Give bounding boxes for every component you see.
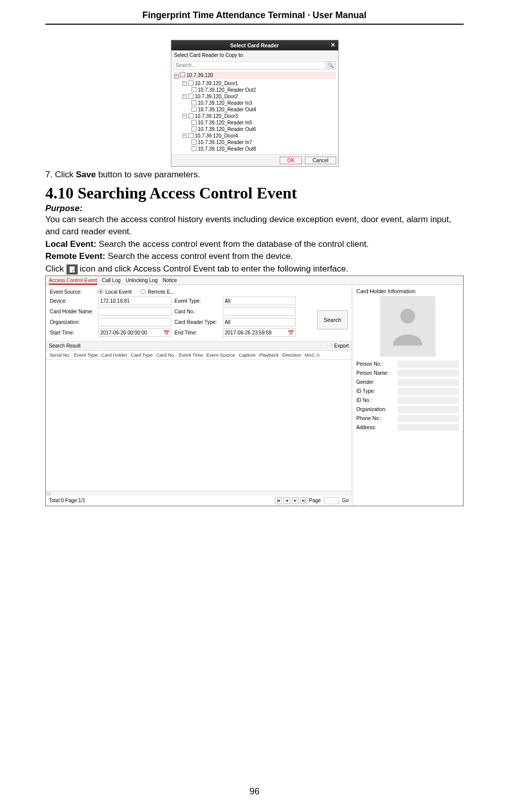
checkbox[interactable] xyxy=(192,87,197,92)
close-icon[interactable]: ✕ xyxy=(331,42,335,48)
node-label[interactable]: 10.7.39.120_Door4 xyxy=(195,133,238,139)
collapse-icon[interactable]: − xyxy=(182,114,187,118)
checkbox[interactable] xyxy=(188,133,194,138)
organization-field[interactable] xyxy=(98,318,171,326)
tab-notice[interactable]: Notice xyxy=(163,278,177,283)
card-holder-panel: Card Holder Information Person No.: Pers… xyxy=(352,285,463,506)
collapse-icon[interactable]: − xyxy=(182,81,187,86)
first-page-button[interactable]: |◂ xyxy=(275,497,282,504)
svg-point-0 xyxy=(400,309,415,323)
cancel-button[interactable]: Cancel xyxy=(305,157,336,164)
node-label[interactable]: 10.7.39.120_Door2 xyxy=(195,94,238,99)
collapse-icon[interactable]: − xyxy=(174,74,179,79)
radio-local-event[interactable]: Local Event xyxy=(98,289,132,295)
col-header[interactable]: Capture xyxy=(237,352,258,358)
tree-root[interactable]: − 10.7.39.120 xyxy=(173,72,336,79)
doc-header-title: Fingerprint Time Attendance Terminal · U… xyxy=(45,10,464,25)
go-button[interactable]: Go xyxy=(342,498,349,503)
info-value xyxy=(398,388,459,395)
next-page-button[interactable]: ▸ xyxy=(292,497,299,504)
col-header[interactable]: Event Time xyxy=(177,352,205,358)
label-event-type: Event Type: xyxy=(174,298,220,304)
checkbox[interactable] xyxy=(192,100,197,105)
card-holder-name-field[interactable] xyxy=(98,307,171,316)
info-label: Phone No.: xyxy=(356,416,396,421)
page-input[interactable] xyxy=(324,497,339,504)
label-start-time: Start Time: xyxy=(50,330,95,335)
checkbox[interactable] xyxy=(188,81,194,86)
device-field[interactable] xyxy=(98,297,171,305)
col-header[interactable]: Direction xyxy=(281,352,303,358)
col-header[interactable]: MAC A xyxy=(303,352,322,358)
leaf-label[interactable]: 10.7.39.120_Reader Out6 xyxy=(198,126,257,132)
col-header[interactable]: Event Source xyxy=(205,352,237,358)
info-value xyxy=(398,370,459,377)
click-icon-line: Click icon and click Access Control Even… xyxy=(45,263,464,276)
label-organization: Organization: xyxy=(50,319,95,325)
leaf-label[interactable]: 10.7.39.120_Reader Out4 xyxy=(198,107,257,112)
tab-call-log[interactable]: Call Log xyxy=(102,278,121,283)
col-header[interactable]: Playback xyxy=(258,352,281,358)
col-header[interactable]: Card Holder xyxy=(100,352,129,358)
leaf-label[interactable]: 10.7.39.120_Reader In7 xyxy=(198,140,252,145)
search-button[interactable]: Search xyxy=(317,310,348,329)
checkbox[interactable] xyxy=(192,107,197,112)
checkbox[interactable] xyxy=(188,94,194,99)
tab-access-control-event[interactable]: Access Control Event xyxy=(49,278,97,283)
search-input[interactable] xyxy=(173,61,326,70)
checkbox[interactable] xyxy=(192,146,197,151)
page-number: 96 xyxy=(0,786,509,797)
node-label[interactable]: 10.7.39.120_Door3 xyxy=(195,113,238,119)
prev-page-button[interactable]: ◂ xyxy=(283,497,290,504)
dialog-titlebar: Select Card Reader ✕ xyxy=(171,40,338,50)
label-card-holder-name: Card Holder Name: xyxy=(50,309,95,314)
end-time-field[interactable] xyxy=(223,328,296,337)
col-header[interactable]: Card No. xyxy=(155,352,177,358)
result-columns-row: Serial No. Event Type Card Holder Card T… xyxy=(46,351,352,360)
checkbox[interactable] xyxy=(192,140,197,145)
collapse-icon[interactable]: − xyxy=(182,133,187,138)
info-label: ID Type: xyxy=(356,388,396,394)
export-button[interactable]: 📄 Export xyxy=(327,343,349,349)
tab-unlocking-log[interactable]: Unlocking Log xyxy=(125,278,157,283)
tab-bar: Access Control Event Call Log Unlocking … xyxy=(46,276,463,285)
horizontal-scrollbar[interactable] xyxy=(46,491,352,496)
leaf-label[interactable]: 10.7.39.120_Reader Out2 xyxy=(198,87,257,93)
checkbox[interactable] xyxy=(192,120,197,125)
node-label[interactable]: 10.7.39.120_Door1 xyxy=(195,81,238,86)
text: 7. Click xyxy=(45,170,76,179)
step-7-text: 7. Click Save button to save parameters. xyxy=(45,170,464,180)
radio-remote-event[interactable]: Remote E... xyxy=(141,289,174,295)
col-header[interactable]: Card Type xyxy=(129,352,155,358)
checkbox[interactable] xyxy=(192,126,197,131)
card-reader-type-field[interactable] xyxy=(223,318,296,326)
col-header[interactable]: Serial No. xyxy=(48,352,73,358)
tree-node: −10.7.39.120_Door1 10.7.39.120_Reader Ou… xyxy=(173,80,336,152)
pager-row: Total:0 Page:1/1 |◂ ◂ ▸ ▸| Page Go xyxy=(46,496,352,506)
col-header[interactable]: Event Type xyxy=(73,352,100,358)
start-time-field[interactable] xyxy=(98,328,171,337)
leaf-label[interactable]: 10.7.39.120_Reader Out8 xyxy=(198,146,257,152)
label-card-reader-type: Card Reader Type: xyxy=(174,319,220,325)
device-tree: − 10.7.39.120 −10.7.39.120_Door1 10.7.39… xyxy=(171,71,338,154)
text: Search the access control event from the… xyxy=(99,239,369,249)
export-label: Export xyxy=(334,343,349,349)
leaf-label[interactable]: 10.7.39.120_Reader In3 xyxy=(198,100,252,106)
checkbox[interactable] xyxy=(188,113,194,118)
info-label: Gender: xyxy=(356,379,396,385)
dialog-subtitle: Select Card Reader to Copy to: xyxy=(171,50,338,60)
text: icon and click Access Control Event tab … xyxy=(80,264,348,274)
collapse-icon[interactable]: − xyxy=(182,94,187,99)
info-label: ID No.: xyxy=(356,397,396,403)
last-page-button[interactable]: ▸| xyxy=(300,497,307,504)
ok-button[interactable]: OK xyxy=(280,157,302,164)
text: button to save parameters. xyxy=(96,170,200,179)
info-value xyxy=(398,424,459,431)
search-icon[interactable]: 🔍 xyxy=(326,61,336,70)
label-card-no: Card No.: xyxy=(174,309,220,314)
event-type-field[interactable] xyxy=(223,297,296,305)
checkbox[interactable] xyxy=(180,72,185,77)
person-icon xyxy=(390,304,425,349)
card-no-field[interactable] xyxy=(223,307,296,316)
leaf-label[interactable]: 10.7.39.120_Reader In5 xyxy=(198,120,252,125)
